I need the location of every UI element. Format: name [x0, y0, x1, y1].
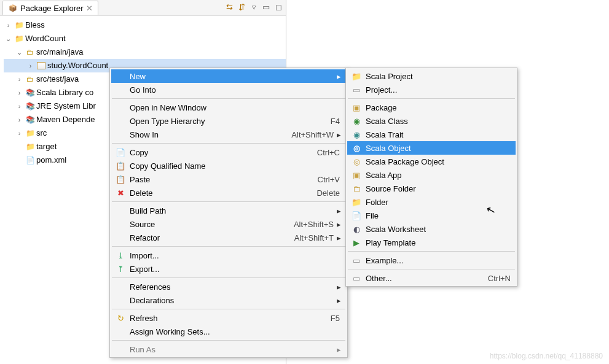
- menu-label: Scala App: [363, 171, 511, 180]
- library-icon: 📚: [25, 115, 35, 125]
- shortcut: Ctrl+C: [317, 148, 341, 157]
- submenu-item-scala-object[interactable]: ◎ Scala Object: [347, 141, 516, 155]
- expand-icon[interactable]: ›: [4, 18, 13, 32]
- submenu-item-scala-app[interactable]: ▣ Scala App: [347, 168, 516, 182]
- shortcut: Ctrl+N: [488, 274, 511, 283]
- menu-label: Export...: [127, 265, 341, 274]
- submenu-item-scala-worksheet[interactable]: ◐ Scala Worksheet: [347, 222, 516, 236]
- link-editor-icon[interactable]: ⇵: [237, 2, 246, 12]
- submenu-item-example[interactable]: ▭ Example...: [347, 254, 516, 267]
- tree-item-bless[interactable]: › 📁 Bless: [4, 18, 286, 32]
- folder-icon: 📁: [25, 128, 35, 138]
- shortcut: F5: [331, 314, 341, 323]
- tree-item-wordcount[interactable]: ⌄ 📁 WordCount: [4, 32, 286, 45]
- menu-label: Open in New Window: [127, 103, 341, 112]
- submenu-item-scala-package-object[interactable]: ◎ Scala Package Object: [347, 155, 516, 168]
- menu-separator: [112, 201, 345, 202]
- menu-item-open-type-hierarchy[interactable]: Open Type Hierarchy F4: [111, 114, 346, 128]
- expand-icon[interactable]: ›: [15, 99, 24, 113]
- menu-item-references[interactable]: References ▸: [111, 280, 346, 293]
- shortcut: Delete: [316, 188, 341, 198]
- menu-label: Refresh: [127, 314, 331, 323]
- package-explorer-tab[interactable]: 📦 Package Explorer ✕: [2, 1, 98, 15]
- expand-icon[interactable]: ›: [15, 113, 24, 126]
- xml-file-icon: 📄: [25, 155, 35, 165]
- project-icon: 📁: [14, 20, 24, 30]
- expand-icon[interactable]: ›: [15, 126, 24, 140]
- copy-icon: 📄: [114, 148, 127, 157]
- submenu-item-play-template[interactable]: ▶ Play Template: [347, 236, 516, 249]
- menu-label: Package: [363, 103, 511, 112]
- menu-label: Delete: [127, 188, 316, 198]
- submenu-arrow-icon: ▸: [335, 72, 341, 81]
- worksheet-icon: ◐: [350, 225, 363, 234]
- expand-icon[interactable]: ›: [15, 72, 24, 86]
- collapse-icon[interactable]: ⌄: [4, 32, 13, 45]
- view-menu-icon[interactable]: ▿: [249, 2, 259, 12]
- submenu-arrow-icon: ▸: [335, 220, 341, 229]
- submenu-arrow-icon: ▸: [335, 296, 341, 305]
- menu-item-copy[interactable]: 📄 Copy Ctrl+C: [111, 145, 346, 159]
- menu-label: Scala Package Object: [363, 157, 511, 166]
- export-icon: ⤒: [114, 265, 127, 274]
- menu-item-show-in[interactable]: Show In Alt+Shift+W ▸: [111, 128, 346, 141]
- shortcut: F4: [331, 117, 341, 126]
- collapse-icon[interactable]: ⌄: [15, 45, 24, 59]
- menu-item-go-into[interactable]: Go Into: [111, 83, 346, 96]
- menu-item-delete[interactable]: ✖ Delete Delete: [111, 186, 346, 199]
- submenu-item-scala-trait[interactable]: ◉ Scala Trait: [347, 128, 516, 141]
- app-icon: ▣: [350, 171, 363, 180]
- menu-separator: [348, 251, 515, 252]
- menu-label: Declarations: [127, 296, 335, 305]
- expand-icon[interactable]: ›: [15, 86, 24, 99]
- play-icon: ▶: [350, 238, 363, 247]
- context-menu: New ▸ Go Into Open in New Window Open Ty…: [109, 68, 348, 358]
- scala-project-icon: 📁: [350, 72, 363, 81]
- submenu-item-scala-project[interactable]: 📁 Scala Project: [347, 69, 516, 83]
- menu-label: Import...: [127, 251, 341, 260]
- menu-label: Example...: [363, 256, 511, 265]
- menu-item-build-path[interactable]: Build Path ▸: [111, 204, 346, 217]
- menu-label: Other...: [363, 274, 488, 283]
- source-folder-icon: 🗀: [350, 184, 363, 193]
- source-folder-icon: 🗀: [25, 74, 35, 84]
- menu-label: New: [127, 72, 335, 81]
- project-icon: 📁: [14, 34, 24, 44]
- menu-label: Scala Class: [363, 117, 511, 126]
- copy-qualified-icon: 📋: [114, 161, 127, 171]
- menu-item-copy-qualified[interactable]: 📋 Copy Qualified Name: [111, 159, 346, 172]
- menu-item-refresh[interactable]: ↻ Refresh F5: [111, 311, 346, 325]
- menu-item-open-new-window[interactable]: Open in New Window: [111, 101, 346, 114]
- menu-item-refactor[interactable]: Refactor Alt+Shift+T ▸: [111, 231, 346, 244]
- minimize-icon[interactable]: ▭: [261, 2, 271, 12]
- submenu-arrow-icon: ▸: [335, 345, 341, 354]
- menu-item-declarations[interactable]: Declarations ▸: [111, 293, 346, 307]
- menu-item-import[interactable]: ⤓ Import...: [111, 249, 346, 262]
- tree-label: WordCount: [25, 32, 66, 45]
- menu-label: Project...: [363, 85, 511, 95]
- expand-icon[interactable]: ›: [26, 59, 35, 72]
- other-icon: ▭: [350, 274, 363, 283]
- tree-item-src-main-java[interactable]: ⌄ 🗀 src/main/java: [4, 45, 286, 59]
- submenu-item-project[interactable]: ▭ Project...: [347, 83, 516, 96]
- submenu-item-other[interactable]: ▭ Other... Ctrl+N: [347, 271, 516, 285]
- menu-item-export[interactable]: ⤒ Export...: [111, 262, 346, 276]
- tree-label: Maven Depende: [36, 113, 95, 126]
- new-submenu: 📁 Scala Project ▭ Project... ▣ Package ◉…: [345, 68, 517, 287]
- maximize-icon[interactable]: ◻: [273, 2, 283, 12]
- menu-item-new[interactable]: New ▸: [111, 69, 346, 83]
- submenu-item-source-folder[interactable]: 🗀 Source Folder: [347, 182, 516, 195]
- tree-label: src/test/java: [36, 72, 79, 86]
- menu-item-paste[interactable]: 📋 Paste Ctrl+V: [111, 172, 346, 186]
- project-icon: ▭: [350, 85, 363, 95]
- menu-label: Scala Project: [363, 72, 511, 81]
- menu-item-source[interactable]: Source Alt+Shift+S ▸: [111, 217, 346, 231]
- watermark: https://blog.csdn.net/qq_41188880: [490, 352, 603, 360]
- submenu-item-scala-class[interactable]: ◉ Scala Class: [347, 114, 516, 128]
- collapse-all-icon[interactable]: ⇆: [224, 2, 234, 12]
- menu-label: Paste: [127, 175, 318, 184]
- menu-item-run-as[interactable]: Run As ▸: [111, 343, 346, 356]
- menu-item-assign-working-sets[interactable]: Assign Working Sets...: [111, 325, 346, 338]
- submenu-item-package[interactable]: ▣ Package: [347, 101, 516, 114]
- menu-separator: [112, 340, 345, 341]
